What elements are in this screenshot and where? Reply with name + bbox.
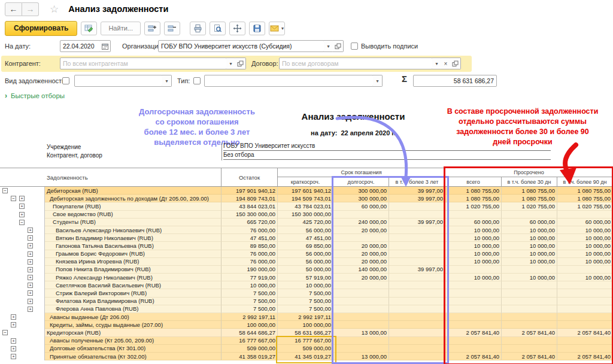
- value-cell[interactable]: [389, 289, 445, 297]
- value-cell[interactable]: 58 644 686,27: [221, 329, 278, 336]
- debt-row-name[interactable]: Васильев Александр Николаевич (RUB): [45, 226, 221, 234]
- value-cell[interactable]: [389, 313, 445, 321]
- print-button[interactable]: [190, 22, 206, 35]
- value-cell[interactable]: 197 601 940,12: [278, 187, 333, 195]
- debt-row-name[interactable]: Филатова Кира Владимировна (RUB): [45, 298, 221, 305]
- debt-kind-checkbox[interactable]: [62, 77, 69, 84]
- collapse-group-marker[interactable]: −: [19, 220, 25, 225]
- expand-group-marker[interactable]: +: [11, 354, 16, 359]
- expand-group-marker[interactable]: +: [28, 290, 33, 296]
- value-cell[interactable]: 56 000,00: [278, 258, 333, 266]
- value-cell[interactable]: 300 000,00: [333, 187, 389, 195]
- expand-group-marker[interactable]: +: [28, 251, 33, 257]
- value-cell[interactable]: 13 000,00: [333, 329, 389, 336]
- debt-row-name[interactable]: Свое ведомство (RUB): [45, 211, 221, 219]
- value-cell[interactable]: 47 451,00: [278, 234, 333, 242]
- value-cell[interactable]: 1 080 755,00: [557, 195, 613, 202]
- value-cell[interactable]: 16 777 667,00: [278, 337, 333, 345]
- value-cell[interactable]: 10 000,00: [502, 242, 557, 250]
- expand-groups-button[interactable]: [144, 22, 160, 35]
- value-cell[interactable]: 39 997,00: [389, 219, 445, 226]
- debt-row-name[interactable]: Ряжко Александр Николаевич (RUB): [45, 274, 221, 281]
- show-signatures-checkbox[interactable]: [351, 43, 358, 50]
- expand-group-marker[interactable]: +: [28, 307, 33, 312]
- value-cell[interactable]: [557, 305, 613, 313]
- type-dropdown-button[interactable]: ▾: [373, 75, 383, 87]
- value-cell[interactable]: 10 000,00: [557, 226, 613, 234]
- value-cell[interactable]: 43 844 023,01: [221, 202, 278, 210]
- debt-row-name[interactable]: Покупатели (RUB): [45, 202, 221, 210]
- value-cell[interactable]: [389, 226, 445, 234]
- value-cell[interactable]: 1 080 755,00: [445, 195, 502, 202]
- value-cell[interactable]: [557, 298, 613, 305]
- value-cell[interactable]: [445, 337, 502, 345]
- value-cell[interactable]: 20 000,00: [333, 250, 389, 258]
- counterparty-choose-button[interactable]: [235, 57, 246, 69]
- value-cell[interactable]: [389, 250, 445, 258]
- value-cell[interactable]: 20 000,00: [333, 242, 389, 250]
- value-cell[interactable]: [389, 258, 445, 266]
- value-cell[interactable]: 1 080 755,00: [445, 187, 502, 195]
- value-cell[interactable]: [389, 305, 445, 313]
- value-cell[interactable]: 100 000,00: [221, 321, 278, 329]
- value-cell[interactable]: 20 000,00: [333, 258, 389, 266]
- fit-page-button[interactable]: [229, 22, 245, 35]
- value-cell[interactable]: 1 020 755,00: [445, 202, 502, 210]
- value-cell[interactable]: 76 000,00: [221, 250, 278, 258]
- value-cell[interactable]: 76 000,00: [221, 226, 278, 234]
- value-cell[interactable]: [502, 298, 557, 305]
- value-cell[interactable]: 10 000,00: [502, 274, 557, 281]
- value-cell[interactable]: 43 784 023,01: [278, 202, 333, 210]
- value-cell[interactable]: 10 000,00: [445, 234, 502, 242]
- collapse-groups-button[interactable]: [164, 22, 180, 35]
- value-cell[interactable]: [445, 281, 502, 289]
- value-cell[interactable]: 2 057 841,40: [445, 329, 502, 336]
- value-cell[interactable]: 2 057 841,40: [502, 329, 557, 336]
- value-cell[interactable]: 1 080 755,00: [557, 187, 613, 195]
- expand-group-marker[interactable]: +: [11, 322, 16, 327]
- debt-row-name[interactable]: Граымов Борис Федорович (RUB): [45, 250, 221, 258]
- value-cell[interactable]: 190 000,00: [221, 266, 278, 274]
- value-cell[interactable]: 240 000,00: [333, 219, 389, 226]
- value-cell[interactable]: 509 000,00: [278, 345, 333, 353]
- value-cell[interactable]: 7 500,00: [221, 305, 278, 313]
- value-cell[interactable]: [557, 211, 613, 219]
- value-cell[interactable]: 60 000,00: [502, 219, 557, 226]
- value-cell[interactable]: 41 358 019,27: [221, 353, 278, 360]
- value-cell[interactable]: [445, 266, 502, 274]
- value-cell[interactable]: 194 509 743,01: [278, 195, 333, 202]
- value-cell[interactable]: [557, 321, 613, 329]
- value-cell[interactable]: 2 057 841,40: [557, 329, 613, 336]
- quick-filters-link[interactable]: › Быстрые отборы: [5, 92, 65, 100]
- debt-row-name[interactable]: Светлячков Василий Васильевич (RUB): [45, 281, 221, 289]
- value-cell[interactable]: [445, 289, 502, 297]
- expand-group-marker[interactable]: +: [28, 275, 33, 280]
- value-cell[interactable]: 47 451,00: [221, 234, 278, 242]
- value-cell[interactable]: [502, 305, 557, 313]
- value-cell[interactable]: 10 000,00: [445, 274, 502, 281]
- value-cell[interactable]: 39 997,00: [389, 266, 445, 274]
- collapse-group-marker[interactable]: −: [11, 196, 16, 201]
- value-cell[interactable]: 150 300 000,00: [221, 211, 278, 219]
- value-cell[interactable]: 197 901 940,12: [221, 187, 278, 195]
- value-cell[interactable]: 58 631 686,27: [278, 329, 333, 336]
- expand-group-marker[interactable]: +: [28, 243, 33, 248]
- debt-row-name[interactable]: Авансы выданные (Дт 206.00): [45, 313, 221, 321]
- value-cell[interactable]: [389, 274, 445, 281]
- find-button[interactable]: Найти...: [101, 22, 141, 35]
- contract-dropdown-button[interactable]: ▾: [432, 57, 442, 69]
- value-cell[interactable]: [389, 298, 445, 305]
- value-cell[interactable]: 1 020 755,00: [502, 202, 557, 210]
- debt-row-name[interactable]: Кредиторская (RUB): [45, 329, 221, 336]
- value-cell[interactable]: 150 300 000,00: [278, 211, 333, 219]
- collapse-group-marker[interactable]: −: [2, 330, 8, 335]
- value-cell[interactable]: 60 000,00: [557, 219, 613, 226]
- value-cell[interactable]: 20 000,00: [333, 226, 389, 234]
- print-preview-button[interactable]: [210, 22, 226, 35]
- value-cell[interactable]: 60 000,00: [333, 202, 389, 210]
- value-cell[interactable]: 56 000,00: [278, 226, 333, 234]
- value-cell[interactable]: [502, 266, 557, 274]
- value-cell[interactable]: [389, 337, 445, 345]
- expand-group-marker[interactable]: +: [11, 338, 16, 344]
- value-cell[interactable]: 41 345 019,27: [278, 353, 333, 360]
